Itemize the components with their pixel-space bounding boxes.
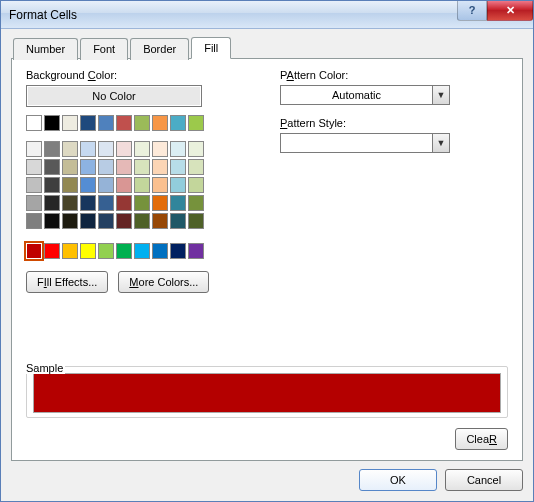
tab-fill[interactable]: Fill <box>191 37 231 59</box>
color-swatch[interactable] <box>188 115 204 131</box>
color-swatch[interactable] <box>80 177 96 193</box>
titlebar[interactable]: Format Cells ? ✕ <box>1 1 533 29</box>
color-swatch[interactable] <box>134 115 150 131</box>
color-swatch[interactable] <box>98 115 114 131</box>
color-swatch[interactable] <box>80 115 96 131</box>
color-swatch[interactable] <box>44 177 60 193</box>
color-swatch[interactable] <box>44 115 60 131</box>
color-swatch[interactable] <box>188 159 204 175</box>
pattern-style-combo[interactable]: ▼ <box>280 133 450 153</box>
tab-strip: NumberFontBorderFill <box>11 37 523 59</box>
color-swatch[interactable] <box>170 159 186 175</box>
format-cells-dialog: Format Cells ? ✕ NumberFontBorderFill Ba… <box>0 0 534 502</box>
color-swatch[interactable] <box>170 243 186 259</box>
color-swatch[interactable] <box>80 141 96 157</box>
standard-colors <box>26 241 244 261</box>
color-swatch[interactable] <box>116 141 132 157</box>
theme-colors-top <box>26 113 244 133</box>
color-swatch[interactable] <box>80 159 96 175</box>
color-swatch[interactable] <box>152 159 168 175</box>
color-swatch[interactable] <box>62 115 78 131</box>
ok-button[interactable]: OK <box>359 469 437 491</box>
color-swatch[interactable] <box>134 159 150 175</box>
tab-number[interactable]: Number <box>13 38 78 60</box>
color-swatch[interactable] <box>134 213 150 229</box>
color-swatch[interactable] <box>98 177 114 193</box>
color-swatch[interactable] <box>170 177 186 193</box>
fill-effects-button[interactable]: FIll Effects... <box>26 271 108 293</box>
chevron-down-icon[interactable]: ▼ <box>432 86 449 104</box>
color-swatch[interactable] <box>116 195 132 211</box>
sample-label: Sample <box>26 362 65 374</box>
color-swatch[interactable] <box>134 177 150 193</box>
tab-font[interactable]: Font <box>80 38 128 60</box>
tab-border[interactable]: Border <box>130 38 189 60</box>
tab-panel-fill: Background Color: No Color FIll Effects.… <box>11 58 523 461</box>
theme-colors-shades <box>26 139 244 231</box>
color-swatch[interactable] <box>134 141 150 157</box>
color-swatch[interactable] <box>152 115 168 131</box>
color-swatch[interactable] <box>116 115 132 131</box>
help-button[interactable]: ? <box>457 1 487 21</box>
color-swatch[interactable] <box>116 243 132 259</box>
background-color-label: Background Color: <box>26 69 244 81</box>
sample-group: Sample <box>26 354 508 418</box>
color-swatch[interactable] <box>62 159 78 175</box>
color-swatch[interactable] <box>44 213 60 229</box>
color-swatch[interactable] <box>98 243 114 259</box>
clear-button[interactable]: CleaR <box>455 428 508 450</box>
pattern-style-label: Pattern Style: <box>280 117 508 129</box>
color-swatch[interactable] <box>170 213 186 229</box>
color-swatch[interactable] <box>98 159 114 175</box>
color-swatch[interactable] <box>26 159 42 175</box>
dialog-footer: OK Cancel <box>11 461 523 491</box>
color-swatch[interactable] <box>26 195 42 211</box>
color-swatch[interactable] <box>80 243 96 259</box>
color-swatch[interactable] <box>188 195 204 211</box>
color-swatch[interactable] <box>188 177 204 193</box>
color-swatch[interactable] <box>152 195 168 211</box>
color-swatch[interactable] <box>26 177 42 193</box>
no-color-button[interactable]: No Color <box>26 85 202 107</box>
color-swatch[interactable] <box>152 213 168 229</box>
color-swatch[interactable] <box>62 195 78 211</box>
color-swatch[interactable] <box>170 141 186 157</box>
color-swatch[interactable] <box>134 243 150 259</box>
color-swatch[interactable] <box>62 213 78 229</box>
color-swatch[interactable] <box>116 177 132 193</box>
color-swatch[interactable] <box>62 177 78 193</box>
color-swatch[interactable] <box>188 141 204 157</box>
color-swatch[interactable] <box>44 159 60 175</box>
sample-preview <box>33 373 501 413</box>
color-swatch[interactable] <box>62 141 78 157</box>
color-swatch[interactable] <box>62 243 78 259</box>
pattern-color-combo[interactable]: Automatic ▼ <box>280 85 450 105</box>
color-swatch[interactable] <box>152 177 168 193</box>
color-swatch[interactable] <box>170 195 186 211</box>
color-swatch[interactable] <box>152 141 168 157</box>
more-colors-button[interactable]: More Colors... <box>118 271 209 293</box>
color-swatch[interactable] <box>170 115 186 131</box>
close-button[interactable]: ✕ <box>487 1 533 21</box>
color-swatch[interactable] <box>188 213 204 229</box>
color-swatch[interactable] <box>44 141 60 157</box>
color-swatch[interactable] <box>116 213 132 229</box>
color-swatch[interactable] <box>116 159 132 175</box>
pattern-color-label: PAttern Color: <box>280 69 508 81</box>
color-swatch[interactable] <box>98 195 114 211</box>
color-swatch[interactable] <box>98 213 114 229</box>
color-swatch[interactable] <box>98 141 114 157</box>
color-swatch[interactable] <box>44 243 60 259</box>
cancel-button[interactable]: Cancel <box>445 469 523 491</box>
color-swatch[interactable] <box>188 243 204 259</box>
color-swatch[interactable] <box>26 243 42 259</box>
color-swatch[interactable] <box>26 141 42 157</box>
color-swatch[interactable] <box>44 195 60 211</box>
color-swatch[interactable] <box>26 115 42 131</box>
color-swatch[interactable] <box>80 213 96 229</box>
chevron-down-icon[interactable]: ▼ <box>432 134 449 152</box>
color-swatch[interactable] <box>134 195 150 211</box>
color-swatch[interactable] <box>80 195 96 211</box>
color-swatch[interactable] <box>26 213 42 229</box>
color-swatch[interactable] <box>152 243 168 259</box>
